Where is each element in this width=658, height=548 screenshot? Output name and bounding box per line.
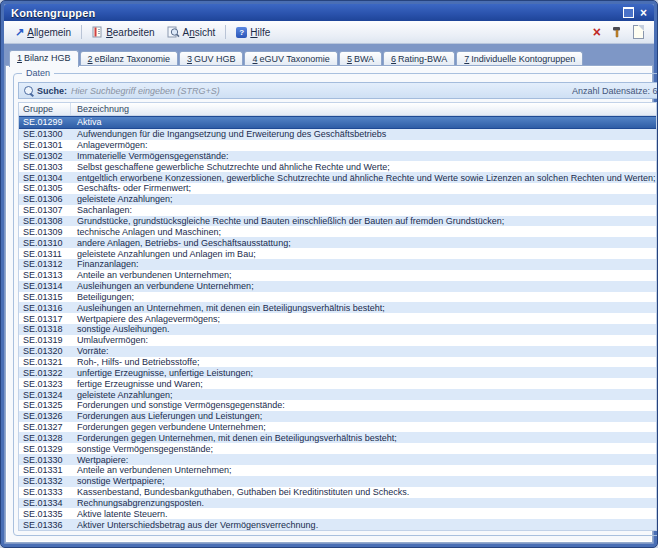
titlebar: Kontengruppen × bbox=[4, 4, 654, 21]
table-row[interactable]: SE.01320 Vorräte: bbox=[19, 346, 656, 357]
column-header-bezeichnung[interactable]: Bezeichnung bbox=[71, 103, 656, 115]
row-gruppe: SE.01335 bbox=[19, 509, 71, 519]
menu-hilfe[interactable]: ? Hilfe bbox=[231, 25, 275, 40]
table-row[interactable]: SE.01322 unfertige Erzeugnisse, unfertig… bbox=[19, 367, 656, 378]
row-bezeichnung: Wertpapiere: bbox=[71, 455, 656, 465]
row-gruppe: SE.01313 bbox=[19, 270, 71, 280]
tab-eguv-taxonomie[interactable]: 4eGUV Taxonomie bbox=[244, 51, 337, 66]
table-row[interactable]: SE.01327 Forderungen gegen verbundene Un… bbox=[19, 422, 656, 433]
table-row[interactable]: SE.01323 fertige Erzeugnisse und Waren; bbox=[19, 378, 656, 389]
search-icon bbox=[24, 86, 33, 95]
table-row[interactable]: SE.01302 Immaterielle Vermögensgegenstän… bbox=[19, 151, 656, 162]
menu-bearbeiten[interactable]: Bearbeiten bbox=[87, 24, 159, 40]
close-icon[interactable]: × bbox=[640, 8, 647, 18]
menu-separator bbox=[225, 25, 226, 39]
table-row[interactable]: SE.01312 Finanzanlagen: bbox=[19, 259, 656, 270]
row-gruppe: SE.01318 bbox=[19, 324, 71, 334]
row-gruppe: SE.01303 bbox=[19, 162, 71, 172]
row-bezeichnung: Aktiver Unterschiedsbetrag aus der Vermö… bbox=[71, 520, 656, 530]
table-row[interactable]: SE.01300 Aufwendungen für die Ingangsetz… bbox=[19, 129, 656, 140]
menu-ansicht-label: Ansicht bbox=[183, 27, 216, 38]
menubar-right-tools: × bbox=[593, 25, 648, 39]
record-count: Anzahl Datensätze: 677 bbox=[572, 86, 658, 96]
table-row[interactable]: SE.01321 Roh-, Hilfs- und Betriebsstoffe… bbox=[19, 357, 656, 368]
table-row[interactable]: SE.01319 Umlaufvermögen: bbox=[19, 335, 656, 346]
row-gruppe: SE.01304 bbox=[19, 173, 71, 183]
table-row[interactable]: SE.01307 Sachanlagen: bbox=[19, 205, 656, 216]
row-bezeichnung: Kassenbestand, Bundesbankguthaben, Gutha… bbox=[71, 487, 656, 497]
menu-hilfe-label: Hilfe bbox=[250, 27, 270, 38]
table-row[interactable]: SE.01308 Grundstücke, grundstücksgleiche… bbox=[19, 216, 656, 227]
search-input[interactable] bbox=[71, 86, 568, 96]
window-title: Kontengruppen bbox=[11, 7, 623, 19]
tab-guv-hgb[interactable]: 3GUV HGB bbox=[179, 51, 244, 66]
table-row[interactable]: SE.01325 Forderungen und sonstige Vermög… bbox=[19, 400, 656, 411]
table-row[interactable]: SE.01301 Anlagevermögen: bbox=[19, 140, 656, 151]
delete-icon[interactable]: × bbox=[593, 26, 601, 38]
table-row[interactable]: SE.01336 Aktiver Unterschiedsbetrag aus … bbox=[19, 519, 656, 530]
tab-ebilanz-taxonomie[interactable]: 2eBilanz Taxonomie bbox=[80, 51, 178, 66]
table-body: SE.01299 Aktiva SE.01300 Aufwendungen fü… bbox=[19, 116, 656, 530]
menu-allgemein[interactable]: ↗ Allgemein bbox=[10, 25, 76, 40]
table-row[interactable]: SE.01304 entgeltlich erworbene Konzessio… bbox=[19, 172, 656, 183]
menubar: ↗ Allgemein Bearbeiten Ansicht ? Hilfe × bbox=[4, 21, 654, 44]
new-document-icon[interactable] bbox=[633, 25, 644, 39]
window-body: 1Bilanz HGB 2eBilanz Taxonomie 3GUV HGB … bbox=[1, 44, 657, 547]
table-row[interactable]: SE.01326 Forderungen aus Lieferungen und… bbox=[19, 411, 656, 422]
table-row[interactable]: SE.01335 Aktive latente Steuern. bbox=[19, 508, 656, 519]
table-row[interactable]: SE.01324 geleistete Anzahlungen; bbox=[19, 389, 656, 400]
tab-bwa[interactable]: 5BWA bbox=[339, 51, 382, 66]
row-bezeichnung: Finanzanlagen: bbox=[71, 259, 656, 269]
tab-bilanz-hgb[interactable]: 1Bilanz HGB bbox=[9, 50, 79, 67]
row-gruppe: SE.01331 bbox=[19, 465, 71, 475]
search-bar: Suche: Anzahl Datensätze: 677 bbox=[18, 82, 658, 99]
hammer-icon[interactable] bbox=[611, 26, 623, 38]
table-row[interactable]: SE.01334 Rechnungsabgrenzungsposten. bbox=[19, 498, 656, 509]
table-row[interactable]: SE.01305 Geschäfts- oder Firmenwert; bbox=[19, 183, 656, 194]
table-row[interactable]: SE.01330 Wertpapiere: bbox=[19, 454, 656, 465]
row-gruppe: SE.01320 bbox=[19, 346, 71, 356]
table-row[interactable]: SE.01316 Ausleihungen an Unternehmen, mi… bbox=[19, 302, 656, 313]
table-row[interactable]: SE.01303 Selbst geschaffene gewerbliche … bbox=[19, 161, 656, 172]
table-row[interactable]: SE.01314 Ausleihungen an verbundene Unte… bbox=[19, 281, 656, 292]
table-row[interactable]: SE.01329 sonstige Vermögensgegenstände; bbox=[19, 443, 656, 454]
row-gruppe: SE.01316 bbox=[19, 303, 71, 313]
table-row[interactable]: SE.01313 Anteile an verbundenen Unterneh… bbox=[19, 270, 656, 281]
table-row[interactable]: SE.01332 sonstige Wertpapiere; bbox=[19, 476, 656, 487]
menu-ansicht[interactable]: Ansicht bbox=[162, 24, 221, 40]
row-bezeichnung: sonstige Ausleihungen. bbox=[71, 324, 656, 334]
menu-allgemein-label: Allgemein bbox=[27, 27, 71, 38]
window-controls: × bbox=[623, 7, 647, 18]
table-row[interactable]: SE.01331 Anteile an verbundenen Unterneh… bbox=[19, 465, 656, 476]
table-row[interactable]: SE.01317 Wertpapiere des Anlagevermögens… bbox=[19, 313, 656, 324]
table-row[interactable]: SE.01309 technische Anlagen und Maschine… bbox=[19, 226, 656, 237]
table-row[interactable]: SE.01306 geleistete Anzahlungen; bbox=[19, 194, 656, 205]
tab-rating-bwa[interactable]: 6Rating-BWA bbox=[383, 51, 455, 66]
row-bezeichnung: Aktive latente Steuern. bbox=[71, 509, 656, 519]
row-gruppe: SE.01321 bbox=[19, 357, 71, 367]
kontengruppen-table: Gruppe Bezeichnung SE.01299 Aktiva SE.01… bbox=[18, 102, 657, 531]
table-row[interactable]: SE.01333 Kassenbestand, Bundesbankguthab… bbox=[19, 487, 656, 498]
row-bezeichnung: Ausleihungen an verbundene Unternehmen; bbox=[71, 281, 656, 291]
table-row[interactable]: SE.01299 Aktiva bbox=[19, 116, 656, 129]
row-gruppe: SE.01323 bbox=[19, 379, 71, 389]
restore-icon[interactable] bbox=[623, 7, 634, 18]
row-bezeichnung: Beteiligungen; bbox=[71, 292, 656, 302]
table-header: Gruppe Bezeichnung bbox=[19, 103, 656, 116]
row-bezeichnung: unfertige Erzeugnisse, unfertige Leistun… bbox=[71, 368, 656, 378]
tab-individuelle-kontogruppen[interactable]: 7Individuelle Kontogruppen bbox=[456, 51, 583, 66]
row-bezeichnung: Immaterielle Vermögensgegenstände: bbox=[71, 151, 656, 161]
table-row[interactable]: SE.01315 Beteiligungen; bbox=[19, 292, 656, 303]
table-row[interactable]: SE.01328 Forderungen gegen Unternehmen, … bbox=[19, 432, 656, 443]
row-gruppe: SE.01299 bbox=[19, 117, 71, 127]
table-row[interactable]: SE.01311 geleistete Anzahlungen und Anla… bbox=[19, 248, 656, 259]
row-bezeichnung: Rechnungsabgrenzungsposten. bbox=[71, 498, 656, 508]
row-bezeichnung: Anteile an verbundenen Unternehmen; bbox=[71, 270, 656, 280]
menu-separator bbox=[81, 25, 82, 39]
row-gruppe: SE.01309 bbox=[19, 227, 71, 237]
table-row[interactable]: SE.01310 andere Anlagen, Betriebs- und G… bbox=[19, 237, 656, 248]
row-gruppe: SE.01319 bbox=[19, 335, 71, 345]
column-header-gruppe[interactable]: Gruppe bbox=[19, 103, 71, 115]
table-row[interactable]: SE.01318 sonstige Ausleihungen. bbox=[19, 324, 656, 335]
edit-icon bbox=[92, 26, 103, 38]
